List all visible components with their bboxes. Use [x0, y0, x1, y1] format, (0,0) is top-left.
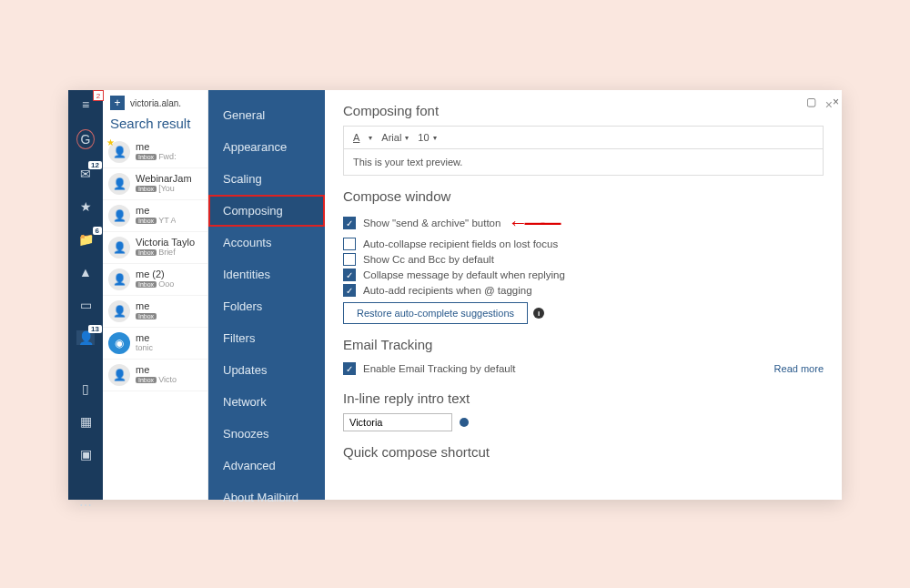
checkbox-icon	[343, 284, 356, 297]
settings-nav-updates[interactable]: Updates	[208, 354, 325, 386]
settings-sidebar: GeneralAppearanceScalingComposingAccount…	[208, 90, 325, 500]
checkbox-icon	[343, 362, 356, 375]
dot-indicator-icon	[460, 418, 469, 427]
settings-nav-folders[interactable]: Folders	[208, 290, 325, 322]
email-row[interactable]: 👤meInboxVicto	[103, 360, 207, 391]
doc-icon[interactable]: ▯	[76, 381, 95, 396]
font-preview: This is your text preview.	[343, 149, 824, 176]
menu-icon[interactable]: ≡2	[76, 97, 95, 112]
email-tracking-heading: Email Tracking	[343, 337, 824, 352]
email-subject: tonic	[136, 343, 153, 352]
folder-icon[interactable]: 📁6	[76, 232, 95, 247]
compose-button[interactable]: +	[110, 96, 125, 110]
inbox-tag: Inbox	[136, 281, 157, 288]
avatar-icon: 👤	[108, 205, 130, 227]
settings-nav-network[interactable]: Network	[208, 386, 325, 418]
email-from: me	[136, 300, 158, 311]
avatar-icon: 👤	[108, 300, 130, 322]
quick-compose-section: Quick compose shortcut	[343, 444, 824, 460]
briefcase-icon[interactable]: ▭	[76, 298, 95, 312]
restore-icon[interactable]: ▢	[806, 96, 816, 108]
composing-font-heading: Composing font	[343, 103, 824, 118]
inline-reply-heading: In-line reply intro text	[343, 390, 824, 406]
inbox-tag: Inbox	[136, 313, 157, 319]
settings-nav-general[interactable]: General	[208, 99, 325, 131]
inbox-tag: Inbox	[136, 249, 157, 256]
avatar-icon: 👤	[108, 173, 130, 195]
compose-option[interactable]: Auto-collapse recipient fields on lost f…	[343, 238, 824, 250]
account-label[interactable]: victoria.alan.	[130, 98, 181, 108]
compose-option[interactable]: Show Cc and Bcc by default	[343, 253, 824, 266]
app-window: ≡2 G ✉12 ★ 📁6 ▲ ▭ 👤13 ▯ ▦ ▣ ⋯ + victoria…	[68, 90, 842, 500]
avatar-icon: ◉	[108, 332, 130, 354]
email-list-panel: + victoria.alan. Search result 👤meInboxF…	[103, 90, 208, 500]
settings-nav-about-mailbird[interactable]: About Mailbird	[208, 482, 325, 513]
settings-nav-composing[interactable]: Composing	[208, 195, 325, 227]
email-from: me	[136, 332, 153, 343]
email-from: WebinarJam	[136, 173, 192, 184]
settings-nav-filters[interactable]: Filters	[208, 322, 325, 354]
email-from: Victoria Taylo	[136, 237, 195, 248]
avatar-icon: 👤	[108, 237, 130, 259]
more-icon[interactable]: ⋯	[76, 498, 95, 512]
people-icon[interactable]: 👤13	[76, 330, 95, 345]
option-label: Collapse message by default when replyin…	[363, 269, 565, 280]
email-subject: InboxOoo	[136, 279, 174, 289]
option-label: Auto-collapse recipient fields on lost f…	[363, 238, 558, 249]
read-more-link[interactable]: Read more	[774, 363, 824, 374]
email-row[interactable]: 👤meInbox	[103, 296, 207, 328]
avatar-icon: 👤	[108, 269, 130, 290]
email-from: me	[136, 205, 176, 216]
avatar-icon[interactable]: G	[76, 130, 95, 148]
settings-nav-advanced[interactable]: Advanced	[208, 450, 325, 482]
option-label: Show "send & archive" button	[363, 218, 500, 228]
compose-option[interactable]: Show "send & archive" button ←——	[343, 211, 824, 235]
email-subject: Inbox[You	[136, 184, 192, 193]
settings-nav-accounts[interactable]: Accounts	[208, 227, 325, 259]
email-from: me (2)	[136, 269, 174, 279]
settings-nav-snoozes[interactable]: Snoozes	[208, 418, 325, 450]
email-row[interactable]: 👤WebinarJamInbox[You	[103, 168, 207, 200]
settings-nav-scaling[interactable]: Scaling	[208, 163, 325, 195]
checkbox-icon	[343, 253, 356, 266]
checkbox-icon	[343, 238, 356, 250]
inbox-tag: Inbox	[136, 218, 157, 224]
email-row[interactable]: 👤Victoria TayloInboxBrief	[103, 232, 207, 264]
inbox-icon[interactable]: ✉12	[76, 167, 95, 181]
search-results-heading: Search result	[103, 114, 207, 137]
avatar-icon: 👤	[108, 364, 130, 386]
enable-tracking-checkbox[interactable]: Enable Email Tracking by default	[343, 362, 515, 375]
restore-autocomplete-button[interactable]: Restore auto-complete suggestions	[343, 302, 528, 324]
contacts-icon[interactable]: ▣	[76, 447, 95, 461]
inline-reply-input[interactable]	[343, 413, 452, 431]
inline-reply-section: In-line reply intro text	[343, 390, 824, 431]
quick-compose-heading: Quick compose shortcut	[343, 444, 824, 460]
star-icon[interactable]: ★	[76, 199, 95, 214]
nav-iconbar: ≡2 G ✉12 ★ 📁6 ▲ ▭ 👤13 ▯ ▦ ▣ ⋯	[68, 90, 103, 500]
email-row[interactable]: 👤meInboxYT A	[103, 200, 207, 232]
font-format-icon[interactable]: A	[353, 132, 359, 143]
compose-option[interactable]: Collapse message by default when replyin…	[343, 269, 824, 281]
email-tracking-section: Email Tracking Enable Email Tracking by …	[343, 337, 824, 378]
settings-nav-appearance[interactable]: Appearance	[208, 131, 325, 163]
send-icon[interactable]: ▲	[76, 265, 95, 279]
compose-option[interactable]: Auto-add recipients when @ tagging	[343, 284, 824, 297]
inbox-tag: Inbox	[136, 154, 157, 160]
chevron-down-icon[interactable]: ▾	[369, 134, 372, 142]
email-subject: Inbox	[136, 311, 158, 320]
email-row[interactable]: 👤meInboxFwd:	[103, 137, 207, 168]
font-toolbar: A▾ Arial▾ 10▾	[343, 126, 824, 149]
email-subject: InboxVicto	[136, 375, 177, 384]
info-icon[interactable]: i	[533, 308, 544, 319]
font-size-select[interactable]: 10▾	[418, 132, 436, 143]
option-label: Auto-add recipients when @ tagging	[363, 285, 532, 296]
calendar-icon[interactable]: ▦	[76, 414, 95, 429]
settings-nav-identities[interactable]: Identities	[208, 259, 325, 290]
email-row[interactable]: ◉metonic	[103, 328, 207, 360]
inbox-tag: Inbox	[136, 377, 157, 383]
close-icon[interactable]: ×	[833, 96, 839, 108]
option-label: Show Cc and Bcc by default	[363, 254, 494, 265]
email-row[interactable]: 👤me (2)InboxOoo	[103, 264, 207, 296]
font-family-select[interactable]: Arial▾	[381, 132, 409, 143]
avatar-icon: 👤	[108, 141, 130, 163]
